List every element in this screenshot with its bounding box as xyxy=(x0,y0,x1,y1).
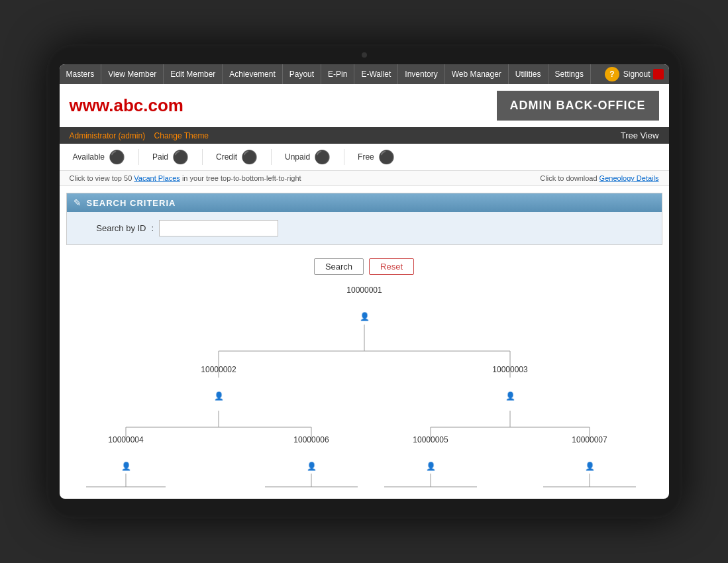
search-by-id-label: Search by ID xyxy=(80,223,146,233)
credit-icon: ⚫ xyxy=(241,149,258,165)
legend-unpaid: Unpaid ⚫ xyxy=(272,149,344,165)
tree-view-label: Tree View xyxy=(621,130,659,140)
search-body: Search by ID : xyxy=(67,212,662,244)
node-id-4[interactable]: 10000004 xyxy=(108,435,144,444)
legend-row: Available ⚫ Paid ⚫ Credit ⚫ Unpaid ⚫ Fre… xyxy=(60,144,669,171)
nav-ewallet[interactable]: E-Wallet xyxy=(354,64,398,84)
legend-credit: Credit ⚫ xyxy=(203,149,272,165)
logo: www.abc.com xyxy=(70,95,183,116)
nav-right: ? Signout xyxy=(605,67,669,81)
credit-label: Credit xyxy=(216,152,237,162)
change-theme-link[interactable]: Change Theme xyxy=(154,131,209,140)
nav-payout[interactable]: Payout xyxy=(283,64,321,84)
nav-menu: Masters View Member Edit Member Achievem… xyxy=(60,64,591,84)
reset-button[interactable]: Reset xyxy=(369,258,414,275)
node-id-2[interactable]: 10000002 xyxy=(201,365,236,374)
node-icon-1[interactable]: 👤 xyxy=(359,311,369,321)
legend-free: Free ⚫ xyxy=(344,149,408,165)
vacant-suffix: in your tree top-to-bottom-left-to-right xyxy=(182,174,301,182)
nav-utilities[interactable]: Utilities xyxy=(509,64,548,84)
sub-header: Administrator (admin) Change Theme Tree … xyxy=(60,127,669,144)
legend-available: Available ⚫ xyxy=(60,149,139,165)
admin-badge: ADMIN BACK-OFFICE xyxy=(497,91,659,121)
tree-svg: 10000001 👤 10000002 👤 10000003 👤 1000000… xyxy=(60,278,669,497)
paid-label: Paid xyxy=(152,152,168,162)
vacant-info: Click to view top 50 Vacant Places in yo… xyxy=(70,174,301,182)
node-id-5[interactable]: 10000005 xyxy=(413,435,448,444)
nav-masters[interactable]: Masters xyxy=(60,64,102,84)
paid-icon: ⚫ xyxy=(172,149,189,165)
signout-icon xyxy=(653,69,664,79)
unpaid-label: Unpaid xyxy=(285,152,310,162)
node-icon-5[interactable]: 👤 xyxy=(425,461,435,471)
nav-web-manager[interactable]: Web Manager xyxy=(445,64,509,84)
node-icon-2[interactable]: 👤 xyxy=(213,391,223,401)
nav-settings[interactable]: Settings xyxy=(548,64,591,84)
available-label: Available xyxy=(73,152,105,162)
free-icon: ⚫ xyxy=(378,149,395,165)
admin-label: Administrator (admin) Change Theme xyxy=(70,131,209,140)
geneology-link[interactable]: Geneology Details xyxy=(599,174,659,182)
node-icon-7[interactable]: 👤 xyxy=(584,461,594,471)
available-icon: ⚫ xyxy=(109,149,125,165)
search-header-text: SEARCH CRITERIA xyxy=(87,198,176,208)
admin-text: Administrator (admin) xyxy=(70,131,146,140)
unpaid-icon: ⚫ xyxy=(314,149,331,165)
header: www.abc.com ADMIN BACK-OFFICE xyxy=(60,84,669,127)
node-icon-3[interactable]: 👤 xyxy=(505,391,515,401)
node-icon-4[interactable]: 👤 xyxy=(121,461,130,471)
button-row: Search Reset xyxy=(60,252,669,278)
signout-button[interactable]: Signout xyxy=(623,69,664,79)
search-button[interactable]: Search xyxy=(314,258,364,275)
search-panel: ✎ SEARCH CRITERIA Search by ID : xyxy=(66,193,662,245)
search-header: ✎ SEARCH CRITERIA xyxy=(67,193,662,212)
help-button[interactable]: ? xyxy=(605,67,619,81)
node-id-1[interactable]: 10000001 xyxy=(346,285,382,295)
node-icon-6[interactable]: 👤 xyxy=(306,461,316,471)
search-header-icon: ✎ xyxy=(74,197,81,208)
legend-paid: Paid ⚫ xyxy=(139,149,203,165)
node-id-7[interactable]: 10000007 xyxy=(572,435,607,444)
free-label: Free xyxy=(358,152,374,162)
vacant-link[interactable]: Vacant Places xyxy=(134,174,180,182)
nav-inventory[interactable]: Inventory xyxy=(398,64,444,84)
nav-edit-member[interactable]: Edit Member xyxy=(164,64,223,84)
nav-epin[interactable]: E-Pin xyxy=(321,64,354,84)
top-navigation: Masters View Member Edit Member Achievem… xyxy=(60,64,669,84)
node-id-3[interactable]: 10000003 xyxy=(492,365,528,374)
signout-label: Signout xyxy=(623,70,650,79)
search-id-input[interactable] xyxy=(159,220,278,236)
info-row: Click to view top 50 Vacant Places in yo… xyxy=(60,171,669,186)
geneology-info: Click to download Geneology Details xyxy=(540,174,658,182)
vacant-prefix: Click to view top 50 xyxy=(70,174,134,182)
nav-achievement[interactable]: Achievement xyxy=(223,64,282,84)
geneology-prefix: Click to download xyxy=(540,174,599,182)
nav-view-member[interactable]: View Member xyxy=(101,64,164,84)
tree-container: 10000001 👤 10000002 👤 10000003 👤 1000000… xyxy=(60,278,669,499)
search-colon: : xyxy=(152,223,154,233)
node-id-6[interactable]: 10000006 xyxy=(293,435,329,444)
